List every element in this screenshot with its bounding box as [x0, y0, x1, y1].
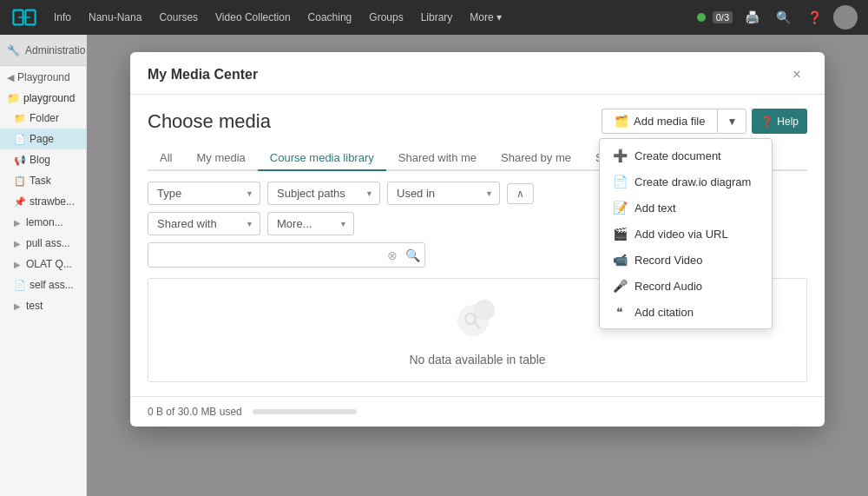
add-citation-label: Add citation: [635, 306, 694, 319]
notification-badge[interactable]: 0/3: [713, 11, 733, 23]
sidebar-item-strawbe[interactable]: 📌 strawbe...: [0, 191, 86, 212]
nav-groups[interactable]: Groups: [367, 8, 404, 27]
add-media-file-button[interactable]: 🗂️ Add media file: [602, 109, 717, 134]
modal-footer: 0 B of 30.0 MB used: [130, 396, 825, 427]
modal-close-button[interactable]: ×: [786, 64, 807, 85]
printer-icon[interactable]: 🖨️: [740, 5, 764, 30]
sidebar-task-label: Task: [30, 175, 51, 187]
shared-with-filter[interactable]: Shared with: [148, 212, 260, 235]
choose-media-header: Choose media 🗂️ Add media file ▼ ❓ Help: [148, 109, 807, 134]
tab-course-media-library[interactable]: Course media library: [258, 146, 386, 171]
create-document-item[interactable]: ➕ Create document: [600, 142, 772, 169]
sidebar-folder-label: Folder: [30, 112, 59, 124]
modal-header: My Media Center ×: [130, 52, 825, 95]
nav-info[interactable]: Info: [52, 8, 73, 27]
create-diagram-item[interactable]: 📄 Create draw.io diagram: [600, 169, 772, 195]
add-video-url-label: Add video via URL: [635, 228, 728, 241]
app-logo[interactable]: [10, 8, 38, 27]
sidebar-item-task[interactable]: 📋 Task: [0, 170, 86, 191]
add-media-dropdown-button[interactable]: ▼: [717, 109, 746, 134]
sidebar-item-playground[interactable]: 📁 playground: [0, 89, 86, 108]
user-avatar[interactable]: [833, 5, 858, 30]
task-icon: 📋: [14, 175, 26, 187]
sidebar-item-folder[interactable]: 📁 Folder: [0, 108, 86, 129]
main-content: My Media Center × Choose media 🗂️ Add me…: [87, 35, 868, 496]
type-filter[interactable]: Type: [148, 182, 260, 205]
add-citation-icon: ❝: [612, 305, 628, 319]
type-filter-wrap: Type: [148, 182, 260, 205]
record-video-icon: 📹: [612, 253, 628, 267]
search-input[interactable]: [148, 242, 425, 268]
nav-video-collection[interactable]: Video Collection: [214, 8, 293, 27]
tab-my-media[interactable]: My media: [184, 146, 257, 171]
sidebar-section-label: playground: [23, 92, 75, 104]
storage-text: 0 B of 30.0 MB used: [148, 406, 242, 418]
nav-courses[interactable]: Courses: [157, 8, 200, 27]
folder-icon: 📁: [14, 113, 26, 124]
sidebar-strawbe-label: strawbe...: [30, 195, 75, 208]
help-label: Help: [777, 116, 799, 128]
sidebar-item-lemon[interactable]: ▶ lemon...: [0, 212, 86, 233]
nav-more[interactable]: More ▾: [468, 8, 503, 27]
add-text-item[interactable]: 📝 Add text: [600, 195, 772, 221]
sidebar-blog-label: Blog: [30, 154, 50, 166]
used-in-filter-wrap: Used in: [387, 182, 500, 205]
record-audio-label: Record Audio: [635, 280, 702, 293]
tab-shared-by-me[interactable]: Shared by me: [489, 146, 583, 171]
add-video-url-item[interactable]: 🎬 Add video via URL: [600, 221, 772, 247]
nav-coaching[interactable]: Coaching: [306, 8, 354, 27]
collapse-filters-button[interactable]: ∧: [507, 183, 534, 204]
empty-state-icon: [451, 294, 503, 346]
nav-icons-group: 0/3 🖨️ 🔍 ❓: [697, 5, 858, 30]
playground-icon: 📁: [7, 92, 20, 104]
empty-state-text: No data available in table: [409, 353, 545, 367]
record-video-item[interactable]: 📹 Record Video: [600, 247, 772, 273]
sidebar-lemon-label: lemon...: [26, 216, 63, 228]
header-actions: 🗂️ Add media file ▼ ❓ Help ➕ Cre: [602, 109, 807, 134]
nav-nanu-nana[interactable]: Nanu-Nana: [87, 8, 143, 27]
choose-media-title: Choose media: [148, 110, 271, 133]
add-media-dropdown-menu: ➕ Create document 📄 Create draw.io diagr…: [599, 138, 773, 329]
tab-shared-with-me[interactable]: Shared with me: [386, 146, 489, 171]
modal-title: My Media Center: [148, 67, 258, 83]
sidebar-item-olat-q[interactable]: ▶ OLAT Q...: [0, 254, 86, 274]
create-diagram-icon: 📄: [612, 175, 628, 188]
administration-label: Administration: [25, 44, 87, 56]
record-audio-item[interactable]: 🎤 Record Audio: [600, 273, 772, 299]
sidebar-page-label: Page: [30, 133, 54, 145]
sidebar-pull-ass-label: pull ass...: [26, 237, 70, 249]
create-document-icon: ➕: [612, 149, 628, 162]
more-filter-wrap: More...: [267, 212, 354, 235]
top-navigation: Info Nanu-Nana Courses Video Collection …: [0, 0, 868, 35]
help-button[interactable]: ❓ Help: [752, 109, 807, 134]
search-icon[interactable]: 🔍: [771, 5, 795, 30]
file-icon: 🗂️: [615, 115, 628, 128]
nav-library[interactable]: Library: [419, 8, 455, 27]
sidebar-item-test[interactable]: ▶ test: [0, 295, 86, 316]
breadcrumb-label[interactable]: Playground: [17, 71, 70, 83]
used-in-filter[interactable]: Used in: [387, 182, 500, 205]
clear-search-icon[interactable]: ⊗: [387, 248, 398, 262]
self-ass-icon: 📄: [14, 280, 26, 291]
expand-icon: ▶: [14, 218, 21, 228]
add-citation-item[interactable]: ❝ Add citation: [600, 299, 772, 325]
search-go-icon[interactable]: 🔍: [405, 248, 420, 262]
add-media-label: Add media file: [634, 115, 705, 128]
create-diagram-label: Create draw.io diagram: [635, 175, 751, 188]
subject-paths-filter-wrap: Subject paths: [267, 182, 380, 205]
add-text-label: Add text: [635, 202, 676, 215]
empty-state: No data available in table: [409, 294, 545, 367]
help-icon[interactable]: ❓: [802, 5, 826, 30]
add-video-url-icon: 🎬: [612, 227, 628, 241]
more-filter[interactable]: More...: [267, 212, 354, 235]
strawbe-icon: 📌: [14, 196, 26, 208]
sidebar-item-pull-ass[interactable]: ▶ pull ass...: [0, 233, 86, 254]
sidebar-test-label: test: [26, 300, 43, 312]
tab-all[interactable]: All: [148, 146, 184, 171]
subject-paths-filter[interactable]: Subject paths: [267, 182, 380, 205]
storage-bar: [253, 409, 357, 414]
sidebar-item-page[interactable]: 📄 Page: [0, 129, 86, 149]
record-audio-icon: 🎤: [612, 279, 628, 293]
sidebar-item-blog[interactable]: 📢 Blog: [0, 149, 86, 170]
sidebar-item-self-ass[interactable]: 📄 self ass...: [0, 274, 86, 295]
